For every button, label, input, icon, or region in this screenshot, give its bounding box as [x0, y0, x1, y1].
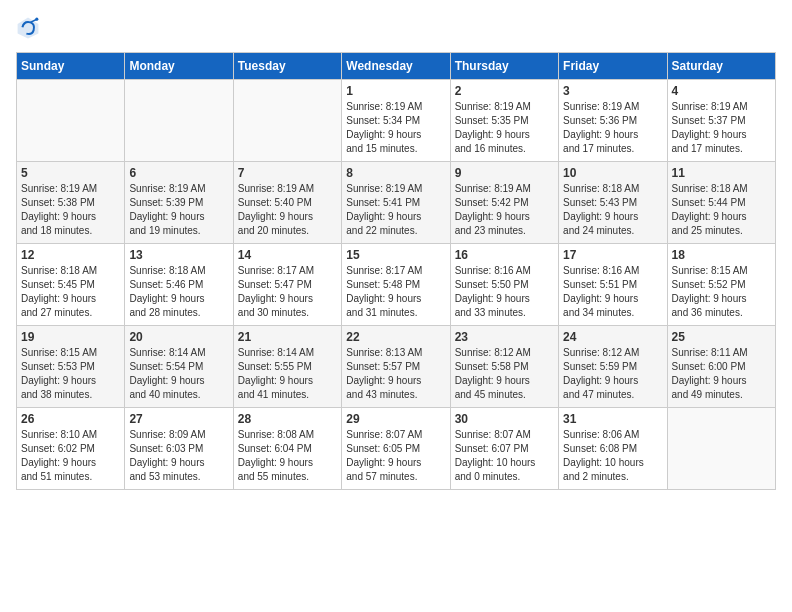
day-details: Sunrise: 8:19 AM Sunset: 5:39 PM Dayligh… — [129, 182, 228, 238]
calendar-cell: 3Sunrise: 8:19 AM Sunset: 5:36 PM Daylig… — [559, 80, 667, 162]
calendar-cell: 23Sunrise: 8:12 AM Sunset: 5:58 PM Dayli… — [450, 326, 558, 408]
calendar-cell: 14Sunrise: 8:17 AM Sunset: 5:47 PM Dayli… — [233, 244, 341, 326]
svg-point-1 — [35, 18, 38, 21]
day-number: 28 — [238, 412, 337, 426]
day-number: 6 — [129, 166, 228, 180]
calendar-cell: 7Sunrise: 8:19 AM Sunset: 5:40 PM Daylig… — [233, 162, 341, 244]
calendar-cell: 12Sunrise: 8:18 AM Sunset: 5:45 PM Dayli… — [17, 244, 125, 326]
weekday-header-wednesday: Wednesday — [342, 53, 450, 80]
day-number: 4 — [672, 84, 771, 98]
calendar-week-row: 19Sunrise: 8:15 AM Sunset: 5:53 PM Dayli… — [17, 326, 776, 408]
day-number: 17 — [563, 248, 662, 262]
day-details: Sunrise: 8:14 AM Sunset: 5:54 PM Dayligh… — [129, 346, 228, 402]
day-details: Sunrise: 8:16 AM Sunset: 5:50 PM Dayligh… — [455, 264, 554, 320]
calendar-cell: 25Sunrise: 8:11 AM Sunset: 6:00 PM Dayli… — [667, 326, 775, 408]
day-details: Sunrise: 8:19 AM Sunset: 5:37 PM Dayligh… — [672, 100, 771, 156]
day-details: Sunrise: 8:17 AM Sunset: 5:47 PM Dayligh… — [238, 264, 337, 320]
day-details: Sunrise: 8:15 AM Sunset: 5:52 PM Dayligh… — [672, 264, 771, 320]
calendar-table: SundayMondayTuesdayWednesdayThursdayFrid… — [16, 52, 776, 490]
day-number: 10 — [563, 166, 662, 180]
calendar-cell: 11Sunrise: 8:18 AM Sunset: 5:44 PM Dayli… — [667, 162, 775, 244]
page-header — [16, 16, 776, 40]
calendar-cell: 24Sunrise: 8:12 AM Sunset: 5:59 PM Dayli… — [559, 326, 667, 408]
day-number: 12 — [21, 248, 120, 262]
day-details: Sunrise: 8:19 AM Sunset: 5:35 PM Dayligh… — [455, 100, 554, 156]
calendar-cell: 4Sunrise: 8:19 AM Sunset: 5:37 PM Daylig… — [667, 80, 775, 162]
calendar-cell — [17, 80, 125, 162]
day-number: 1 — [346, 84, 445, 98]
day-number: 3 — [563, 84, 662, 98]
day-details: Sunrise: 8:19 AM Sunset: 5:34 PM Dayligh… — [346, 100, 445, 156]
calendar-cell: 15Sunrise: 8:17 AM Sunset: 5:48 PM Dayli… — [342, 244, 450, 326]
calendar-cell: 27Sunrise: 8:09 AM Sunset: 6:03 PM Dayli… — [125, 408, 233, 490]
calendar-cell — [233, 80, 341, 162]
calendar-cell: 28Sunrise: 8:08 AM Sunset: 6:04 PM Dayli… — [233, 408, 341, 490]
calendar-cell: 30Sunrise: 8:07 AM Sunset: 6:07 PM Dayli… — [450, 408, 558, 490]
day-details: Sunrise: 8:16 AM Sunset: 5:51 PM Dayligh… — [563, 264, 662, 320]
day-number: 8 — [346, 166, 445, 180]
day-details: Sunrise: 8:07 AM Sunset: 6:07 PM Dayligh… — [455, 428, 554, 484]
calendar-cell: 26Sunrise: 8:10 AM Sunset: 6:02 PM Dayli… — [17, 408, 125, 490]
day-details: Sunrise: 8:18 AM Sunset: 5:44 PM Dayligh… — [672, 182, 771, 238]
day-details: Sunrise: 8:14 AM Sunset: 5:55 PM Dayligh… — [238, 346, 337, 402]
weekday-header-tuesday: Tuesday — [233, 53, 341, 80]
day-details: Sunrise: 8:12 AM Sunset: 5:59 PM Dayligh… — [563, 346, 662, 402]
day-number: 2 — [455, 84, 554, 98]
day-number: 16 — [455, 248, 554, 262]
day-number: 26 — [21, 412, 120, 426]
day-number: 19 — [21, 330, 120, 344]
day-details: Sunrise: 8:19 AM Sunset: 5:36 PM Dayligh… — [563, 100, 662, 156]
calendar-cell: 10Sunrise: 8:18 AM Sunset: 5:43 PM Dayli… — [559, 162, 667, 244]
day-details: Sunrise: 8:08 AM Sunset: 6:04 PM Dayligh… — [238, 428, 337, 484]
day-number: 24 — [563, 330, 662, 344]
day-details: Sunrise: 8:07 AM Sunset: 6:05 PM Dayligh… — [346, 428, 445, 484]
calendar-cell: 5Sunrise: 8:19 AM Sunset: 5:38 PM Daylig… — [17, 162, 125, 244]
calendar-cell — [667, 408, 775, 490]
calendar-cell: 6Sunrise: 8:19 AM Sunset: 5:39 PM Daylig… — [125, 162, 233, 244]
calendar-week-row: 26Sunrise: 8:10 AM Sunset: 6:02 PM Dayli… — [17, 408, 776, 490]
day-number: 20 — [129, 330, 228, 344]
weekday-header-thursday: Thursday — [450, 53, 558, 80]
general-blue-icon — [16, 16, 40, 40]
day-number: 7 — [238, 166, 337, 180]
calendar-cell: 13Sunrise: 8:18 AM Sunset: 5:46 PM Dayli… — [125, 244, 233, 326]
calendar-cell — [125, 80, 233, 162]
day-number: 15 — [346, 248, 445, 262]
day-number: 27 — [129, 412, 228, 426]
day-details: Sunrise: 8:19 AM Sunset: 5:38 PM Dayligh… — [21, 182, 120, 238]
day-number: 22 — [346, 330, 445, 344]
day-number: 29 — [346, 412, 445, 426]
day-details: Sunrise: 8:18 AM Sunset: 5:43 PM Dayligh… — [563, 182, 662, 238]
calendar-cell: 18Sunrise: 8:15 AM Sunset: 5:52 PM Dayli… — [667, 244, 775, 326]
day-number: 14 — [238, 248, 337, 262]
calendar-week-row: 1Sunrise: 8:19 AM Sunset: 5:34 PM Daylig… — [17, 80, 776, 162]
day-details: Sunrise: 8:11 AM Sunset: 6:00 PM Dayligh… — [672, 346, 771, 402]
day-details: Sunrise: 8:19 AM Sunset: 5:40 PM Dayligh… — [238, 182, 337, 238]
day-details: Sunrise: 8:06 AM Sunset: 6:08 PM Dayligh… — [563, 428, 662, 484]
calendar-cell: 29Sunrise: 8:07 AM Sunset: 6:05 PM Dayli… — [342, 408, 450, 490]
day-number: 9 — [455, 166, 554, 180]
day-number: 18 — [672, 248, 771, 262]
calendar-cell: 17Sunrise: 8:16 AM Sunset: 5:51 PM Dayli… — [559, 244, 667, 326]
day-details: Sunrise: 8:10 AM Sunset: 6:02 PM Dayligh… — [21, 428, 120, 484]
day-number: 13 — [129, 248, 228, 262]
day-details: Sunrise: 8:18 AM Sunset: 5:45 PM Dayligh… — [21, 264, 120, 320]
day-details: Sunrise: 8:15 AM Sunset: 5:53 PM Dayligh… — [21, 346, 120, 402]
day-details: Sunrise: 8:12 AM Sunset: 5:58 PM Dayligh… — [455, 346, 554, 402]
day-number: 31 — [563, 412, 662, 426]
weekday-header-friday: Friday — [559, 53, 667, 80]
calendar-cell: 19Sunrise: 8:15 AM Sunset: 5:53 PM Dayli… — [17, 326, 125, 408]
day-number: 25 — [672, 330, 771, 344]
calendar-cell: 2Sunrise: 8:19 AM Sunset: 5:35 PM Daylig… — [450, 80, 558, 162]
logo — [16, 16, 44, 40]
day-number: 5 — [21, 166, 120, 180]
calendar-cell: 31Sunrise: 8:06 AM Sunset: 6:08 PM Dayli… — [559, 408, 667, 490]
day-details: Sunrise: 8:13 AM Sunset: 5:57 PM Dayligh… — [346, 346, 445, 402]
weekday-header-saturday: Saturday — [667, 53, 775, 80]
day-number: 30 — [455, 412, 554, 426]
calendar-cell: 22Sunrise: 8:13 AM Sunset: 5:57 PM Dayli… — [342, 326, 450, 408]
calendar-cell: 9Sunrise: 8:19 AM Sunset: 5:42 PM Daylig… — [450, 162, 558, 244]
day-details: Sunrise: 8:17 AM Sunset: 5:48 PM Dayligh… — [346, 264, 445, 320]
calendar-week-row: 12Sunrise: 8:18 AM Sunset: 5:45 PM Dayli… — [17, 244, 776, 326]
day-number: 21 — [238, 330, 337, 344]
